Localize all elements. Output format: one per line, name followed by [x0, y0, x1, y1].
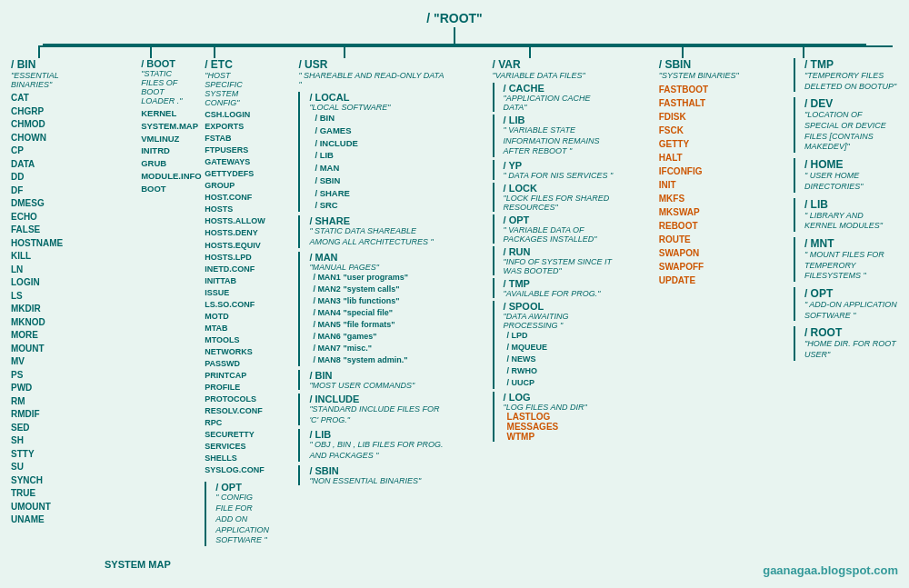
right-dev-title: / DEV [804, 97, 898, 110]
root-container: / "ROOT" [7, 7, 902, 25]
usr-man-block: / MAN "MANUAL PAGES" / MAN1 "user progra… [298, 252, 448, 366]
right-home-block: / HOME " USER HOME DIRECTORIES" [794, 158, 898, 192]
page: / "ROOT" / BIN "ESSENTIAL BINARIES" CATC… [0, 0, 909, 588]
system-map-label: SYSTEM MAP [105, 559, 171, 570]
bin-desc: "ESSENTIAL BINARIES" [11, 71, 97, 89]
var-spool-block: / SPOOL "DATA AWAITING PROCESSING " / LP… [493, 301, 615, 389]
sbin-files: FASTBOOTFASTHALTFDISKFSCKGETTYHALTIFCONF… [659, 83, 750, 287]
right-tmp-title: / TMP [804, 58, 898, 71]
bin-files: CATCHGRPCHMODCHOWNCPDATADDDFDMESGECHOFAL… [11, 92, 97, 527]
boot-files: KERNELSYSTEM.MAPVMLINUZINITRDGRUBMODULE.… [141, 107, 186, 194]
var-spool-title: / SPOOL [504, 301, 615, 312]
var-lib-block: / LIB " VARIABLE STATE INFORMATION REMAI… [493, 115, 615, 157]
right-dev-block: / DEV "LOCATION OF SPECIAL OR DEVICE FIL… [794, 97, 898, 153]
sbin-title: / SBIN [659, 58, 750, 71]
etc-title: / ETC [205, 58, 269, 71]
watermark: gaanagaa.blogspot.com [763, 563, 898, 577]
usr-lib-title: / LIB [309, 429, 448, 440]
var-desc: "VARIABLE DATA FILES" [493, 71, 615, 80]
right-root-block: / ROOT "HOME DIR. FOR ROOT USER" [794, 326, 898, 360]
var-tmp-title: / TMP [504, 278, 615, 289]
right-mnt-desc: " MOUNT FILES FOR TEMPERORY FILESYSTEMS … [804, 250, 898, 282]
usr-include-block: / INCLUDE "STANDARD INCLUDE FILES FOR 'C… [298, 394, 448, 425]
usr-include-title: / INCLUDE [309, 394, 448, 404]
etc-opt-block: / OPT " CONFIG FILE FOR ADD ON APPLICATI… [205, 482, 269, 545]
etc-desc: "HOST SPECIFIC SYSTEM CONFIG" [205, 71, 269, 107]
usr-man-desc: "MANUAL PAGES" [309, 263, 448, 272]
right-opt-title: / OPT [804, 287, 898, 300]
var-yp-block: / YP " DATA FOR NIS SERVICES " [493, 160, 615, 180]
var-cache-title: / CACHE [504, 83, 615, 94]
right-dev-desc: "LOCATION OF SPECIAL OR DEVICE FILES [CO… [804, 110, 898, 153]
root-slash: / [426, 11, 434, 25]
usr-man-title: / MAN [309, 252, 448, 263]
root-name: "ROOT" [434, 11, 483, 25]
right-tmp-block: / TMP "TEMPERORY FILES DELETED ON BOOTUP… [794, 58, 898, 92]
usr-sbin-desc: "NON ESSENTIAL BINARIES" [309, 476, 448, 485]
etc-column: / BOOT "STATIC FILES OF BOOT LOADER ." K… [141, 45, 255, 546]
usr-local-title: / LOCAL [309, 92, 448, 103]
usr-bin-title: / BIN [309, 370, 448, 381]
var-title: / VAR [493, 58, 615, 71]
var-log-block: / LOG "LOG FILES AND DIR" LASTLOGMESSAGE… [493, 392, 615, 442]
var-lib-title: / LIB [504, 115, 615, 125]
right-mnt-title: / MNT [804, 237, 898, 250]
usr-lib-desc: " OBJ , BIN , LIB FILES FOR PROG. AND PA… [309, 440, 448, 461]
right-mnt-block: / MNT " MOUNT FILES FOR TEMPERORY FILESY… [794, 237, 898, 282]
usr-include-desc: "STANDARD INCLUDE FILES FOR 'C' PROG." [309, 404, 448, 425]
var-lock-title: / LOCK [504, 183, 615, 194]
var-opt-desc: " VARIABLE DATA OF PACKAGES INSTALLED" [504, 225, 615, 244]
etc-opt-title: / OPT [215, 482, 269, 493]
usr-man-subdirs: / MAN1 "user programs" / MAN2 "system ca… [309, 272, 448, 366]
etc-files: CSH.LOGINEXPORTSFSTABFTPUSERSGATEWAYSGET… [205, 109, 269, 476]
right-opt-block: / OPT " ADD-ON APPLICATION SOFTWARE " [794, 287, 898, 321]
var-cache-block: / CACHE "APPLICATION CACHE DATA" [493, 83, 615, 112]
usr-sbin-title: / SBIN [309, 465, 448, 476]
var-yp-title: / YP [504, 160, 615, 171]
var-log-desc: "LOG FILES AND DIR" [504, 403, 615, 412]
right-root-title: / ROOT [804, 326, 898, 339]
etc-block: / ETC "HOST SPECIFIC SYSTEM CONFIG" CSH.… [205, 45, 269, 546]
var-lock-block: / LOCK "LOCK FILES FOR SHARED RESOURCES" [493, 183, 615, 212]
right-lib-title: / LIB [804, 198, 898, 211]
boot-desc: "STATIC FILES OF BOOT LOADER ." [141, 69, 186, 105]
usr-local-block: / LOCAL "LOCAL SOFTWARE" / BIN/ GAMES/ I… [298, 92, 448, 212]
right-lib-block: / LIB " LIBRARY AND KERNEL MODULES" [794, 198, 898, 232]
var-spool-desc: "DATA AWAITING PROCESSING " [504, 312, 615, 330]
var-spool-subdirs: / LPD/ MQUEUE/ NEWS/ RWHO/ UUCP [504, 330, 615, 389]
right-root-desc: "HOME DIR. FOR ROOT USER" [804, 339, 898, 360]
bin-column: / BIN "ESSENTIAL BINARIES" CATCHGRPCHMOD… [11, 45, 97, 527]
var-tmp-desc: "AVAILABLE FOR PROG." [504, 289, 615, 298]
usr-lib-block: / LIB " OBJ , BIN , LIB FILES FOR PROG. … [298, 429, 448, 461]
right-opt-desc: " ADD-ON APPLICATION SOFTWARE " [804, 300, 898, 321]
right-column: / TMP "TEMPERORY FILES DELETED ON BOOTUP… [794, 45, 898, 361]
var-opt-title: / OPT [504, 214, 615, 225]
bin-title: / BIN [11, 58, 97, 71]
right-tmp-desc: "TEMPERORY FILES DELETED ON BOOTUP" [804, 71, 898, 92]
usr-desc: " SHAREABLE AND READ-ONLY DATA " [298, 71, 448, 89]
var-run-block: / RUN "INFO OF SYSTEM SINCE IT WAS BOOTE… [493, 246, 615, 275]
usr-local-desc: "LOCAL SOFTWARE" [309, 103, 448, 112]
usr-title: / USR [298, 58, 448, 71]
usr-share-title: / SHARE [309, 215, 448, 226]
var-lib-desc: " VARIABLE STATE INFORMATION REMAINS AFT… [504, 125, 615, 157]
var-yp-desc: " DATA FOR NIS SERVICES " [504, 171, 615, 180]
var-tmp-block: / TMP "AVAILABLE FOR PROG." [493, 278, 615, 298]
var-lock-desc: "LOCK FILES FOR SHARED RESOURCES" [504, 194, 615, 212]
usr-share-desc: " STATIC DATA SHAREABLE AMONG ALL ARCHIT… [309, 226, 448, 247]
usr-sbin-block: / SBIN "NON ESSENTIAL BINARIES" [298, 465, 448, 485]
var-run-desc: "INFO OF SYSTEM SINCE IT WAS BOOTED" [504, 257, 615, 275]
var-log-files: LASTLOGMESSAGESWTMP [504, 412, 615, 442]
var-column: / VAR "VARIABLE DATA FILES" / CACHE "APP… [493, 45, 615, 442]
etc-opt-desc: " CONFIG FILE FOR ADD ON APPLICATION SOF… [215, 493, 269, 545]
usr-bin-desc: "MOST USER COMMANDS" [309, 381, 448, 390]
usr-local-subdirs: / BIN/ GAMES/ INCLUDE/ LIB/ MAN/ SBIN/ S… [309, 112, 448, 212]
boot-block: / BOOT "STATIC FILES OF BOOT LOADER ." K… [141, 45, 186, 546]
var-cache-desc: "APPLICATION CACHE DATA" [504, 94, 615, 112]
usr-bin-block: / BIN "MOST USER COMMANDS" [298, 370, 448, 390]
right-home-title: / HOME [804, 158, 898, 171]
sbin-column: / SBIN "SYSTEM BINARIES" FASTBOOTFASTHAL… [659, 45, 750, 287]
usr-column: / USR " SHAREABLE AND READ-ONLY DATA " /… [298, 45, 448, 485]
sbin-desc: "SYSTEM BINARIES" [659, 71, 750, 80]
right-lib-desc: " LIBRARY AND KERNEL MODULES" [804, 211, 898, 232]
